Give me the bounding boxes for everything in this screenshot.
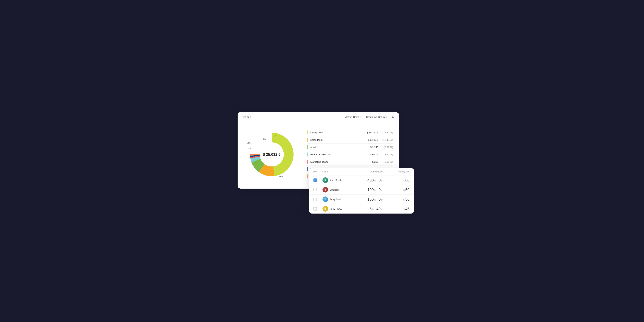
settings-icon[interactable]: ⚙ bbox=[392, 115, 394, 119]
team-chevron-icon: ▾ bbox=[250, 116, 251, 118]
member-name-3: Joey Snow bbox=[330, 208, 342, 210]
legend-pct-3: (2.69 %) bbox=[380, 153, 393, 156]
table-header: PM Name Time budget Hourly rate bbox=[309, 168, 414, 175]
budget-m-unit-3: m bbox=[382, 208, 383, 211]
legend-item: Human Resources $ 672.5 (2.69 %) bbox=[308, 151, 393, 158]
budget-hours-2: 160 bbox=[367, 197, 374, 202]
legend-pct-2: (8.97 %) bbox=[380, 146, 393, 149]
groupby-label: Group by: bbox=[366, 116, 377, 118]
chart-header: Team ▾ Metric: Costs ▾ Group by: Group ▾… bbox=[238, 112, 399, 122]
pct-9: 9% bbox=[248, 147, 252, 150]
member-cell-2: T Terry Stark bbox=[322, 196, 353, 202]
budget-hours-3: 6 bbox=[370, 207, 372, 211]
budget-hours-1: 100 bbox=[367, 188, 374, 192]
legend-value-3: $ 672.5 bbox=[364, 153, 378, 156]
groupby-control[interactable]: Group by: Group ▾ bbox=[366, 116, 387, 118]
checkbox-3[interactable] bbox=[314, 207, 317, 211]
legend-pct-0: (73.47 %) bbox=[380, 131, 393, 134]
team-title: Team bbox=[242, 115, 249, 119]
metric-label: Metric: bbox=[345, 116, 352, 118]
member-cell-0: A Alex Smith bbox=[322, 177, 353, 183]
legend-name-4: Marketing Team bbox=[310, 160, 364, 163]
budget-mins-2: 0 bbox=[378, 197, 380, 202]
budget-cell-2: 160 h | 0 m bbox=[353, 197, 383, 202]
legend-value-2: $ 2,245 bbox=[364, 146, 378, 149]
legend-item: Marketing Team $ 288 (1.15 %) bbox=[308, 158, 393, 166]
avatar-svg-1: J bbox=[322, 187, 328, 193]
checkbox-2[interactable] bbox=[314, 198, 317, 201]
donut-total: $ 25,032.5 bbox=[263, 152, 280, 156]
avatar-2: T bbox=[322, 196, 328, 202]
budget-h-unit-0: h bbox=[374, 179, 376, 182]
legend-name-1: Sales team bbox=[310, 138, 364, 141]
member-name-1: Jim Bob bbox=[330, 188, 339, 191]
checkbox-0[interactable] bbox=[314, 178, 317, 182]
rate-val-0: 60 bbox=[405, 178, 410, 182]
rate-sym-2: $ bbox=[404, 199, 405, 201]
avatar-1: J bbox=[322, 187, 328, 193]
metric-control[interactable]: Metric: Costs ▾ bbox=[345, 116, 362, 118]
avatar-svg-3: J bbox=[322, 206, 328, 212]
budget-cell-0: 400 h | 0 m bbox=[353, 178, 383, 182]
groupby-chevron-icon: ▾ bbox=[386, 116, 387, 118]
donut-chart: $ 25,032.5 73% 12% 9% 3% 1% bbox=[244, 126, 300, 183]
legend-item: Sales team $ 3,116.5 (12.45 %) bbox=[308, 136, 393, 144]
legend-item: Admin $ 2,245 (8.97 %) bbox=[308, 144, 393, 151]
avatar-svg-0: A bbox=[322, 177, 328, 183]
checkbox-1[interactable] bbox=[314, 188, 317, 191]
rate-cell-0: $ 60 bbox=[383, 178, 410, 182]
metric-chevron-icon: ▾ bbox=[360, 116, 362, 118]
member-name-2: Terry Stark bbox=[330, 198, 342, 201]
table-row: T Terry Stark 160 h | 0 m $ 50 bbox=[309, 195, 414, 204]
legend-color-1 bbox=[308, 138, 308, 142]
legend-color-6 bbox=[308, 174, 308, 178]
col-name: Name bbox=[322, 170, 353, 173]
header-controls: Metric: Costs ▾ Group by: Group ▾ ⚙ bbox=[345, 115, 394, 119]
svg-text:A: A bbox=[324, 179, 326, 182]
avatar-0: A bbox=[322, 177, 328, 183]
legend-value-0: $ 18,390.5 bbox=[364, 131, 378, 134]
rate-sym-0: $ bbox=[404, 179, 405, 182]
svg-text:J: J bbox=[324, 208, 326, 210]
legend-item: Design team $ 18,390.5 (73.47 %) bbox=[308, 129, 393, 136]
legend-name-0: Design team bbox=[310, 131, 364, 134]
metric-value: Costs bbox=[353, 116, 359, 118]
budget-mins-0: 0 bbox=[378, 178, 380, 182]
legend-name-3: Human Resources bbox=[310, 153, 364, 156]
rate-cell-1: $ 50 bbox=[383, 188, 410, 192]
svg-text:J: J bbox=[324, 189, 326, 191]
table-body: A Alex Smith 400 h | 0 m $ 60 J Jim Bob … bbox=[309, 175, 414, 214]
budget-hours-0: 400 bbox=[367, 178, 374, 182]
legend-name-2: Admin bbox=[310, 146, 364, 149]
pct-12: 12% bbox=[246, 142, 251, 144]
budget-cell-1: 100 h | 0 m bbox=[353, 188, 383, 192]
legend-color-3 bbox=[308, 152, 308, 156]
legend-value-4: $ 288 bbox=[364, 160, 378, 163]
legend-color-5 bbox=[308, 167, 308, 171]
table-card: PM Name Time budget Hourly rate A Alex S… bbox=[309, 168, 414, 214]
rate-sym-3: $ bbox=[404, 208, 405, 211]
table-row: A Alex Smith 400 h | 0 m $ 60 bbox=[309, 175, 414, 185]
team-selector[interactable]: Team ▾ bbox=[242, 115, 251, 119]
donut-center: $ 25,032.5 bbox=[263, 152, 280, 157]
rate-cell-3: $ 45 bbox=[383, 207, 410, 211]
rate-sym-1: $ bbox=[404, 189, 405, 192]
legend-color-0 bbox=[308, 130, 308, 135]
pct-3: 3% bbox=[263, 138, 266, 140]
budget-cell-3: 6 h | 40 m bbox=[353, 207, 383, 211]
member-cell-1: J Jim Bob bbox=[322, 187, 353, 193]
member-cell-3: J Joey Snow bbox=[322, 206, 353, 212]
budget-h-unit-2: h bbox=[374, 199, 376, 201]
legend-color-2 bbox=[308, 145, 308, 149]
budget-h-unit-3: h bbox=[372, 208, 374, 211]
col-budget: Time budget bbox=[353, 170, 383, 173]
legend-value-1: $ 3,116.5 bbox=[364, 138, 378, 141]
svg-text:T: T bbox=[324, 198, 326, 201]
budget-h-unit-1: h bbox=[374, 189, 376, 192]
pct-1: 1% bbox=[274, 135, 277, 137]
col-rate: Hourly rate bbox=[383, 170, 410, 173]
budget-m-unit-1: m bbox=[382, 189, 383, 192]
rate-val-3: 45 bbox=[405, 207, 410, 211]
table-row: J Joey Snow 6 h | 40 m $ 45 bbox=[309, 204, 414, 214]
col-pm: PM bbox=[314, 170, 322, 173]
